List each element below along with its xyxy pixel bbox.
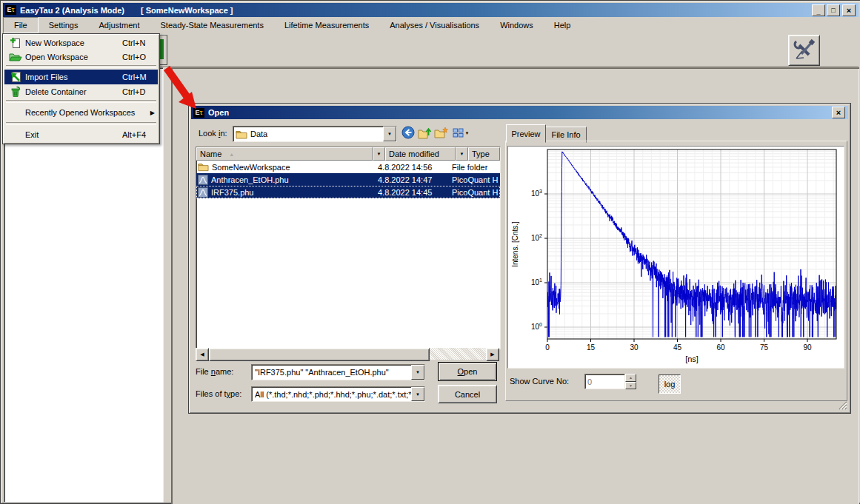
files-of-type-label: Files of type: [196, 389, 241, 398]
menu-settings[interactable]: Settings [39, 17, 89, 33]
svg-text:[ns]: [ns] [685, 355, 699, 363]
scroll-left-button[interactable]: ◀ [196, 348, 209, 361]
sort-ascending-icon: ▲ [229, 152, 234, 157]
close-button[interactable]: × [842, 4, 856, 16]
scroll-right-button[interactable]: ▶ [486, 348, 499, 361]
svg-text:90: 90 [803, 343, 812, 352]
menu-separator [6, 100, 156, 103]
menu-item-open-workspace[interactable]: Open Workspace Ctrl+O [4, 50, 158, 64]
app-window: Eτ EasyTau 2 (Analysis Mode) [ SomeNewWo… [0, 0, 860, 504]
resize-grip[interactable] [836, 399, 847, 410]
menu-item-recent-workspaces[interactable]: Recently Opened Workspaces ▶ [4, 104, 158, 121]
svg-text:101: 101 [531, 278, 542, 286]
back-icon [401, 126, 415, 141]
workspace-name: [ SomeNewWorkspace ] [141, 6, 233, 15]
svg-text:102: 102 [531, 233, 542, 242]
open-workspace-icon [6, 52, 25, 62]
menu-adjustment[interactable]: Adjustment [88, 17, 150, 33]
submenu-arrow-icon: ▶ [146, 110, 156, 116]
new-workspace-icon [6, 37, 25, 49]
files-of-type-combobox[interactable]: All (*.thd;*.nhd;*.phd;*.hhd;*.phu;*.dat… [251, 386, 425, 402]
svg-text:0: 0 [545, 343, 550, 352]
date-filter-button[interactable]: ▼ [456, 147, 468, 161]
menu-steady-state[interactable]: Steady-State Measurements [150, 17, 274, 33]
files-of-type-value: All (*.thd;*.nhd;*.phd;*.hhd;*.phu;*.dat… [252, 390, 411, 399]
log-scale-toggle-button[interactable]: log [659, 374, 681, 394]
tools-icon [793, 38, 816, 62]
views-dropdown-arrow: ▼ [465, 131, 470, 135]
folder-icon [198, 162, 209, 172]
svg-text:30: 30 [630, 343, 639, 352]
tab-preview[interactable]: Preview [506, 124, 546, 143]
menu-item-exit[interactable]: Exit Alt+F4 [4, 127, 158, 142]
file-name-dropdown-button[interactable]: ▼ [411, 365, 424, 380]
app-icon: Eτ [5, 5, 16, 15]
column-header-name[interactable]: Name ▲ [196, 147, 373, 161]
phu-file-icon [198, 175, 208, 185]
preview-chart: 0153045607590100101102103[ns]Intens. [Cn… [508, 147, 842, 366]
maximize-button[interactable]: □ [827, 4, 840, 16]
window-title: EasyTau 2 (Analysis Mode) [20, 6, 124, 15]
column-header-date-modified[interactable]: Date modified [385, 147, 456, 161]
tools-button[interactable] [788, 35, 820, 66]
look-in-combobox[interactable]: Data ▼ [233, 126, 397, 142]
menu-item-delete-container[interactable]: Delete Container Ctrl+D [4, 84, 158, 98]
spin-down-button[interactable]: ▼ [625, 382, 636, 390]
file-menu: New Workspace Ctrl+N Open Workspace Ctrl… [2, 33, 160, 144]
views-icon [453, 128, 464, 139]
import-files-icon [6, 71, 25, 83]
file-name-combobox[interactable]: "IRF375.phu" "Anthracen_EtOH.phu" ▼ [251, 364, 425, 380]
file-list-header: Name ▲ ▼ Date modified ▼ Type [196, 147, 500, 161]
files-of-type-dropdown-button[interactable]: ▼ [411, 387, 424, 401]
file-list: Name ▲ ▼ Date modified ▼ Type SomeNewWor… [196, 147, 501, 349]
svg-text:15: 15 [587, 343, 596, 352]
menu-analyses[interactable]: Analyses / Visualisations [379, 17, 490, 33]
column-header-type[interactable]: Type [468, 147, 500, 161]
cancel-button[interactable]: Cancel [438, 385, 497, 403]
file-row-irf375[interactable]: IRF375.phu 4.8.2022 14:45 PicoQuant H [196, 186, 500, 198]
dialog-titlebar: Eτ Open × [191, 106, 848, 119]
file-name-label: File name: [196, 367, 233, 376]
svg-text:75: 75 [760, 343, 769, 352]
scrollbar-thumb[interactable] [209, 348, 430, 361]
svg-text:103: 103 [531, 189, 542, 198]
delete-container-icon [6, 86, 25, 98]
views-button[interactable]: ▼ [450, 126, 471, 141]
file-row-anthracen-etoh[interactable]: Anthracen_EtOH.phu 4.8.2022 14:47 PicoQu… [196, 173, 500, 186]
up-one-level-button[interactable] [417, 126, 433, 141]
preview-chart-box: 0153045607590100101102103[ns]Intens. [Cn… [507, 146, 844, 369]
new-folder-icon [434, 127, 448, 140]
folder-icon [236, 130, 247, 139]
file-row-somenewworkspace[interactable]: SomeNewWorkspace 4.8.2022 14:56 File fol… [196, 161, 500, 173]
curve-number-value: 0 [585, 377, 592, 386]
svg-text:100: 100 [531, 322, 542, 331]
partial-icon [160, 39, 164, 59]
new-folder-button[interactable] [433, 126, 449, 141]
show-curve-label: Show Curve No: [510, 377, 569, 386]
name-filter-button[interactable]: ▼ [373, 147, 385, 161]
minimize-button[interactable]: _ [812, 4, 825, 16]
back-button[interactable] [400, 126, 416, 141]
menu-item-new-workspace[interactable]: New Workspace Ctrl+N [4, 36, 158, 50]
menu-windows[interactable]: Windows [490, 17, 544, 33]
spin-up-button[interactable]: ▲ [625, 374, 636, 382]
dialog-close-button[interactable]: × [832, 107, 845, 118]
open-dialog: Eτ Open × Look in: Data ▼ ▼ [188, 103, 851, 414]
menu-help[interactable]: Help [544, 17, 581, 33]
dialog-title: Open [208, 108, 229, 117]
menu-item-import-files[interactable]: Import Files Ctrl+M [4, 70, 158, 84]
phu-file-icon [198, 187, 208, 198]
svg-text:45: 45 [673, 343, 682, 352]
menu-file[interactable]: File [3, 17, 39, 33]
up-folder-icon [418, 127, 432, 141]
open-button[interactable]: Open [438, 362, 497, 381]
scrollbar-track[interactable] [430, 348, 486, 360]
menubar: File Settings Adjustment Steady-State Me… [3, 17, 859, 34]
look-in-dropdown-button[interactable]: ▼ [383, 127, 396, 141]
file-list-hscrollbar[interactable]: ◀ ▶ [196, 348, 499, 360]
menu-lifetime[interactable]: Lifetime Measurements [274, 17, 379, 33]
look-in-label: Look in: [199, 129, 227, 138]
titlebar: Eτ EasyTau 2 (Analysis Mode) [ SomeNewWo… [3, 3, 859, 17]
curve-number-spinner[interactable]: 0 ▲ ▼ [584, 374, 636, 389]
menu-separator [6, 65, 156, 68]
